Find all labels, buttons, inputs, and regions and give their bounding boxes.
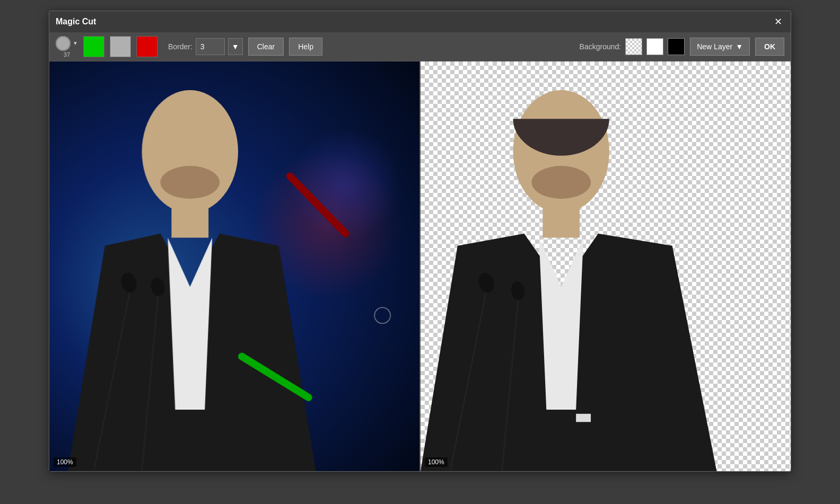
toolbar: ▼ 37 Border: ▼ Clear Help Background: <box>49 32 791 61</box>
close-button[interactable]: ✕ <box>772 15 784 28</box>
background-label: Background: <box>580 42 622 51</box>
border-input[interactable] <box>196 38 225 55</box>
left-image-panel[interactable]: 100% <box>49 61 421 471</box>
window-title: Magic Cut <box>56 17 96 26</box>
color-swatch-gray[interactable] <box>110 36 131 57</box>
main-window: Magic Cut ✕ ▼ 37 Border: ▼ Clear <box>49 11 791 472</box>
ok-button[interactable]: OK <box>755 38 784 56</box>
help-button[interactable]: Help <box>289 38 322 56</box>
title-bar: Magic Cut ✕ <box>49 11 791 32</box>
left-canvas[interactable] <box>49 61 419 471</box>
background-checker-btn[interactable] <box>625 38 642 55</box>
border-control: Border: ▼ <box>168 38 243 55</box>
right-zoom-indicator: 100% <box>425 457 448 467</box>
brush-circle <box>56 36 71 51</box>
brush-dropdown-arrow: ▼ <box>73 40 78 46</box>
new-layer-button[interactable]: New Layer ▼ <box>690 38 750 56</box>
left-zoom-indicator: 100% <box>54 457 76 467</box>
content-area: 100% 100% <box>49 61 791 471</box>
background-control: Background: <box>580 38 685 55</box>
new-layer-arrow: ▼ <box>736 42 743 51</box>
right-canvas[interactable] <box>421 61 791 471</box>
clear-button[interactable]: Clear <box>248 38 284 56</box>
right-image-panel[interactable]: 100% <box>421 61 791 471</box>
brush-icon <box>56 36 71 51</box>
border-dropdown-arrow[interactable]: ▼ <box>228 38 243 55</box>
color-swatch-green[interactable] <box>83 36 104 57</box>
brush-size-label: 37 <box>64 51 70 58</box>
border-label: Border: <box>168 42 192 51</box>
color-swatch-red[interactable] <box>136 36 158 57</box>
brush-selector[interactable]: ▼ 37 <box>56 36 78 58</box>
background-white-btn[interactable] <box>646 38 663 55</box>
brush-row: ▼ <box>56 36 78 51</box>
background-black-btn[interactable] <box>668 38 685 55</box>
new-layer-label: New Layer <box>697 42 732 51</box>
